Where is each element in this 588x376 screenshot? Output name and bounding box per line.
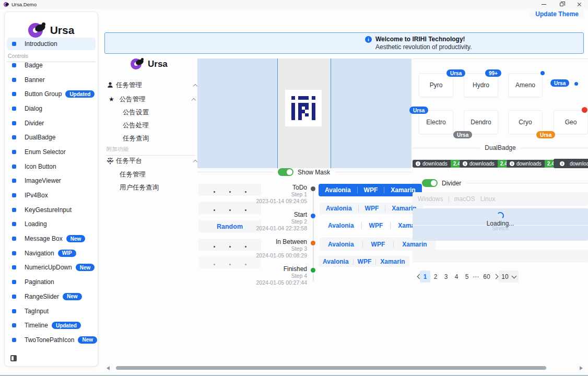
- bullet-icon: [12, 222, 16, 226]
- menu-item-label: 任务平台: [116, 157, 142, 166]
- sidebar-item-label: Navigation: [25, 250, 54, 257]
- menu-item-task-management[interactable]: 任务管理: [107, 81, 198, 89]
- sidebar-item-loading[interactable]: Loading: [7, 217, 97, 232]
- random-button[interactable]: Random: [198, 220, 261, 232]
- bullet-icon: [12, 237, 16, 241]
- timeline-title: ToDo: [255, 184, 307, 191]
- sidebar-item-twotonepathicon[interactable]: TwoTonePathIconNew: [7, 333, 97, 347]
- sidebar-item-introduction[interactable]: Introduction: [7, 38, 96, 50]
- sidebar-item-imageviewer[interactable]: ImageViewer: [7, 174, 97, 189]
- minimize-icon: [542, 4, 546, 5]
- window-title: Ursa.Demo: [11, 2, 37, 7]
- show-mask-toggle[interactable]: [278, 168, 293, 176]
- sidebar-item-ipv4box[interactable]: IPv4Box: [7, 188, 97, 203]
- timeline-step: Step 4: [255, 273, 307, 279]
- info-icon: i: [463, 161, 467, 166]
- sidebar-item-navigation[interactable]: NavigationWIP: [7, 246, 97, 261]
- ip-dot: [214, 209, 215, 211]
- bullet-icon: [12, 295, 16, 299]
- horizontal-scrollbar-thumb[interactable]: [116, 366, 546, 370]
- bullet-icon: [12, 251, 16, 255]
- button-wpf[interactable]: WPF: [359, 205, 385, 212]
- sidebar-item-rangeslider[interactable]: RangeSliderNew: [7, 289, 97, 304]
- ipv4-input[interactable]: [198, 239, 261, 251]
- bullet-icon: [12, 121, 16, 125]
- sidebar-item-icon-button[interactable]: Icon Button: [7, 159, 97, 174]
- pagination-page-3[interactable]: 3: [441, 271, 451, 283]
- sidebar-item-enum-selector[interactable]: Enum Selector: [7, 145, 97, 159]
- bullet-icon: [12, 135, 16, 139]
- sidebar-item-dialog[interactable]: Dialog: [7, 101, 97, 116]
- image-viewer[interactable]: [197, 58, 411, 168]
- close-button[interactable]: [570, 0, 588, 9]
- sidebar-item-label: Badge: [25, 62, 43, 69]
- button-avalonia[interactable]: Avalonia: [319, 186, 357, 194]
- menu-item-label: 公告管理: [120, 95, 146, 104]
- ip-dot: [245, 191, 246, 193]
- button-wpf[interactable]: WPF: [358, 186, 384, 194]
- menu-item-user-task-query[interactable]: 用户任务查询: [120, 183, 159, 192]
- scrollbar-right-arrow[interactable]: [580, 366, 583, 370]
- sidebar-item-keygestureinput[interactable]: KeyGestureInput: [7, 203, 97, 217]
- page-size-value: 10: [501, 273, 508, 280]
- welcome-banner: i Welcome to IRIHI Technology! Aesthetic…: [104, 32, 584, 54]
- sidebar-collapse-button[interactable]: [10, 355, 17, 361]
- maximize-button[interactable]: [552, 0, 570, 9]
- dualbadge-divider-label: DualBadge: [485, 144, 515, 151]
- card-label: Cryo: [519, 119, 532, 126]
- divider-toggle[interactable]: [422, 179, 438, 187]
- status-badge: New: [78, 336, 97, 344]
- minimize-button[interactable]: [535, 0, 552, 9]
- button-wpf[interactable]: WPF: [362, 222, 391, 229]
- os-label-linux: Linux: [480, 195, 496, 203]
- badge-card-cryo: Cryo: [508, 110, 543, 134]
- menu-item-label: 公告处理: [123, 121, 149, 130]
- sidebar-item-divider[interactable]: Divider: [7, 116, 97, 131]
- update-theme-button[interactable]: Update Theme: [530, 9, 584, 18]
- ipv4-input[interactable]: [198, 184, 261, 196]
- sidebar-item-timeline[interactable]: TimelineUpdated: [7, 318, 97, 333]
- button-wpf[interactable]: WPF: [363, 241, 394, 248]
- button-avalonia[interactable]: Avalonia: [321, 222, 361, 229]
- menu-item-task-query[interactable]: 任务查询: [123, 134, 149, 143]
- sidebar-item-dualbadge[interactable]: DualBadge: [7, 130, 97, 145]
- scrollbar-left-arrow[interactable]: [107, 366, 110, 370]
- pagination-page-2[interactable]: 2: [430, 271, 441, 283]
- sidebar-item-taginput[interactable]: TagInput: [7, 304, 97, 319]
- close-icon: [577, 2, 582, 7]
- bullet-icon: [12, 265, 16, 269]
- bullet-icon: [12, 338, 16, 342]
- menu-item-task-platform[interactable]: 任务平台: [107, 157, 198, 165]
- button-avalonia[interactable]: Avalonia: [320, 241, 362, 248]
- menu-item-announcement-processing[interactable]: 公告处理: [123, 121, 149, 130]
- sidebar-item-pagination[interactable]: Pagination: [7, 275, 97, 289]
- banner-title: Welcome to IRIHI Technology!: [375, 36, 472, 43]
- bullet-icon: [12, 92, 16, 96]
- ip-dot: [229, 191, 231, 193]
- pagination-page-4[interactable]: 4: [451, 271, 462, 283]
- button-group-light: Avalonia WPF Xamarin: [320, 203, 423, 214]
- button-wpf[interactable]: WPF: [354, 258, 376, 265]
- sidebar-item-message-box[interactable]: Message BoxNew: [7, 231, 97, 246]
- menu-item-announcement-management[interactable]: ★ 公告管理: [109, 95, 198, 103]
- button-avalonia[interactable]: Avalonia: [320, 205, 358, 212]
- sidebar-item-banner[interactable]: Banner: [7, 73, 97, 87]
- pagination-ellipsis[interactable]: ⋯: [471, 271, 481, 283]
- pagination-page-1[interactable]: 1: [420, 271, 430, 283]
- button-xamarin[interactable]: Xamarin: [394, 241, 435, 248]
- sidebar-item-button-group[interactable]: Button GroupUpdated: [7, 87, 97, 101]
- sidebar-item-label: Introduction: [25, 40, 57, 48]
- menu-section-extra: 附加功能: [107, 146, 195, 156]
- button-xamarin[interactable]: Xamarin: [376, 258, 409, 265]
- sidebar-item-numericupdown[interactable]: NumericUpDownNew: [7, 261, 97, 275]
- page-size-select[interactable]: 10: [499, 271, 519, 283]
- menu-item-announcement-settings[interactable]: 公告设置: [123, 108, 149, 116]
- ip-dot: [214, 264, 215, 265]
- timeline-dot-start: [311, 214, 315, 218]
- menu-logo-text: Ursa: [148, 59, 168, 69]
- button-avalonia[interactable]: Avalonia: [319, 258, 353, 265]
- chevron-right-icon: [493, 274, 499, 279]
- ipv4-input[interactable]: [198, 202, 261, 214]
- menu-item-task-management-child[interactable]: 任务管理: [120, 170, 146, 179]
- sidebar-item-badge[interactable]: Badge: [7, 58, 97, 73]
